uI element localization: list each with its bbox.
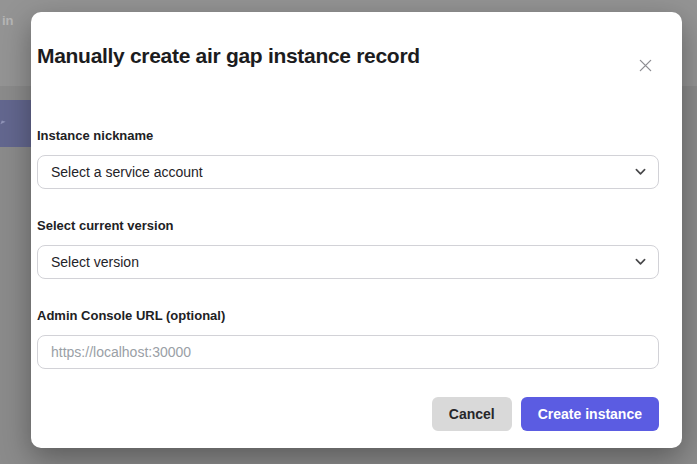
current-version-label: Select current version	[37, 218, 659, 234]
screen: { "background": { "clipped_text": "in" }…	[0, 0, 697, 464]
instance-nickname-select-wrap: Select a service account	[37, 155, 659, 189]
close-button[interactable]	[636, 56, 654, 74]
create-instance-button[interactable]: Create instance	[521, 397, 659, 431]
modal-title: Manually create air gap instance record	[37, 42, 659, 70]
current-version-select[interactable]: Select version	[37, 245, 659, 279]
field-group-instance-nickname: Instance nickname Select a service accou…	[37, 128, 659, 189]
cancel-button[interactable]: Cancel	[432, 397, 512, 431]
admin-console-url-input[interactable]	[37, 335, 659, 369]
field-group-admin-console-url: Admin Console URL (optional)	[37, 308, 659, 369]
modal-actions: Cancel Create instance	[37, 397, 659, 431]
current-version-select-wrap: Select version	[37, 245, 659, 279]
close-icon	[638, 58, 653, 73]
create-air-gap-instance-modal: Manually create air gap instance record …	[31, 12, 682, 448]
instance-nickname-label: Instance nickname	[37, 128, 659, 144]
instance-nickname-select[interactable]: Select a service account	[37, 155, 659, 189]
create-instance-form: Instance nickname Select a service accou…	[37, 128, 659, 369]
admin-console-url-label: Admin Console URL (optional)	[37, 308, 659, 324]
field-group-current-version: Select current version Select version	[37, 218, 659, 279]
